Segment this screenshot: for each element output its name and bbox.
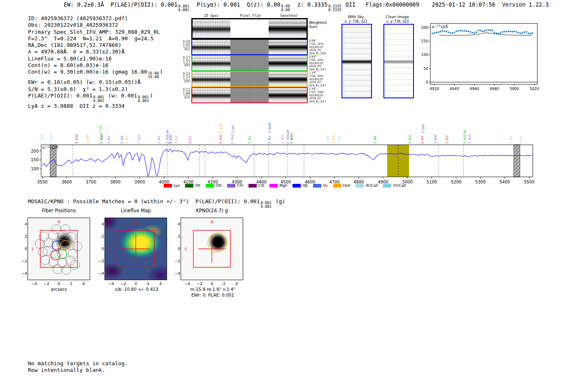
legend-item: OIII xyxy=(206,183,222,188)
legend-item: Hβ xyxy=(293,183,308,188)
svg-text:3800: 3800 xyxy=(110,180,121,184)
legend-swatch xyxy=(249,184,257,188)
fiber-2d-row xyxy=(191,87,308,103)
legend-item: HeII xyxy=(333,183,351,188)
info-line: F=2.3" T=0.224 N=1.21 A=0.90 g=24.5 xyxy=(28,35,163,42)
stat-value: 300 xyxy=(180,63,190,67)
svg-text:E: E xyxy=(109,247,111,251)
weighted-2d-spec-image xyxy=(193,19,230,38)
legend-swatch xyxy=(227,184,235,188)
legend-swatch xyxy=(383,184,391,188)
smoothed-image xyxy=(269,56,307,70)
stacked-fraction: 0.33350.3335 xyxy=(328,5,341,12)
fiber-xlabel: arcsecs xyxy=(28,287,90,292)
with-sky-image xyxy=(341,24,372,98)
axis-tick-label: 2 xyxy=(97,234,104,239)
fiber-positions-svg: NE xyxy=(28,218,90,280)
text-run: OII Flags:0x00000009 xyxy=(342,1,419,8)
footer-line-1: No matching targets in catalog. xyxy=(28,360,128,367)
axis-tick-label: 0 xyxy=(56,281,62,286)
legend-item: Hγ xyxy=(313,183,328,188)
text-run: (w: 0.001 xyxy=(105,93,137,99)
fiber-2d-row xyxy=(191,39,308,55)
stat-value: 2.57 xyxy=(180,76,190,79)
text-run: MOSAIC/KPNO : Possible Matches = 0 (with… xyxy=(28,198,260,204)
legend-swatch xyxy=(164,184,172,188)
svg-text:200: 200 xyxy=(31,149,39,153)
axis-tick-label: −4 xyxy=(108,281,114,286)
axis-tick-label: −4 xyxy=(184,281,190,286)
axis-tick-label: −2 xyxy=(43,281,50,286)
fiber-2d-row xyxy=(191,71,308,87)
stat-value: 2.05 xyxy=(180,44,190,47)
svg-text:E: E xyxy=(32,247,34,251)
2d-spec-image xyxy=(192,72,230,86)
info-line: λ = 4970.68Å σ = 6.33(±2.30)Å xyxy=(28,49,163,55)
pixel-flat-image xyxy=(230,88,269,102)
timestamp-version: 2025-01-12 10:07:56 Version 1.22.3 xyxy=(432,1,549,8)
kpno-caption-1: m:15.9 re:1.6" s:1.4" xyxy=(172,287,253,292)
legend-label: (K)CaII xyxy=(365,183,378,188)
text-run: z: 0.3335 xyxy=(290,1,327,8)
axis-tick-label: 2 xyxy=(68,281,74,286)
text-run: Cont(n) = 8.60(±0.03)e-16 xyxy=(28,62,109,68)
kpno-plot: NE−4−4−2−2002244 xyxy=(176,208,250,296)
text-run: S/N = 5.3(±0.6) χ² = 1.3(±0.2) xyxy=(28,86,128,92)
clean-image-title: Clean Imagex, y: 736, 323 xyxy=(379,15,416,24)
text-run: ) xyxy=(150,93,153,99)
info-line: EWr = 0.16(±0.05) (w: 0.15(±0.05))Å xyxy=(28,79,163,86)
svg-text:3500: 3500 xyxy=(37,180,47,184)
clean-image xyxy=(383,24,414,98)
axis-tick-label: 2 xyxy=(221,281,228,286)
axis-tick-label: 4 xyxy=(20,222,27,226)
svg-text:5000: 5000 xyxy=(510,87,519,91)
legend-swatch xyxy=(185,184,193,188)
svg-text:4920: 4920 xyxy=(430,87,439,91)
row-right-meta: 1.34"(735, 158)20230122v018_02329_RL_017 xyxy=(309,88,334,104)
text-run: EW: 0.2±0.3Å P(LAE)/P(OII): 0.001 xyxy=(64,1,177,8)
axis-tick-label: 2 xyxy=(173,234,180,239)
legend-swatch xyxy=(269,184,278,188)
smoothed-image xyxy=(269,88,307,102)
svg-text:4940: 4940 xyxy=(450,87,459,91)
info-line: Primary Spec_Slot_IFU_AMP: 329_088_029_R… xyxy=(28,29,163,35)
stacked-fraction: 0.0010.001 xyxy=(261,201,272,209)
legend-label: CIV xyxy=(237,183,243,188)
axis-tick-label: 0 xyxy=(132,281,139,286)
legend-item: (H)CaII xyxy=(383,183,406,188)
meta-value: 329_RL_017 xyxy=(309,100,334,104)
svg-text:5020: 5020 xyxy=(530,87,539,91)
stacked-fraction: 16.8016.80 xyxy=(148,72,159,79)
2d-spec-image xyxy=(192,40,230,54)
elixer-report: { "top_bar": { "line": [ {"t":"EW: 0.2±0… xyxy=(0,0,576,392)
pixel-flat-image xyxy=(230,56,269,70)
axis-tick-label: 4 xyxy=(173,222,180,226)
svg-text:5100: 5100 xyxy=(427,180,437,184)
axis-tick-label: −2 xyxy=(20,259,27,263)
text-run: Obs: 20230122v018_4025936372 xyxy=(28,22,118,28)
weighted-pixel-flat-image xyxy=(230,19,268,38)
legend-item: (K)CaII xyxy=(355,183,378,188)
legend-item: CIII xyxy=(249,183,264,188)
row-left-stats: 0.171.55300 xyxy=(180,56,190,67)
text-run: EWr = 0.16(±0.05) (w: 0.15(±0.05))Å xyxy=(28,79,141,85)
stat-value: 300 xyxy=(180,79,190,83)
kpno-image-svg: NE xyxy=(181,218,243,280)
weighted-sum-label: Weighted Sum xyxy=(309,21,327,29)
footer-line-2: Row intentionally blank. xyxy=(28,367,128,373)
info-line: Cont(w) = 9.30(±0.00)e-16 (gmag 16.8016.… xyxy=(28,69,163,79)
axis-tick-label: −2 xyxy=(173,259,180,263)
col-header-smoothed: Smoothed xyxy=(269,14,308,18)
svg-text:5500: 5500 xyxy=(524,180,534,184)
legend-item: Lyα xyxy=(164,183,180,188)
info-line: Cont(n) = 8.60(±0.03)e-16 xyxy=(28,62,163,69)
svg-text:150: 150 xyxy=(31,158,39,162)
row-right-meta: 0.68"(736, 323)20230122v018_01329_RL_036 xyxy=(309,39,334,56)
line-cutout-plot: 050100150200492049404960498050005020e−17… xyxy=(418,21,546,101)
axis-tick-label: 4 xyxy=(80,281,87,286)
svg-text:4980: 4980 xyxy=(490,87,499,91)
spectrum-svg: 3500360037003800390040004100420043004400… xyxy=(0,108,551,194)
svg-text:3700: 3700 xyxy=(86,180,96,184)
legend-item: MgII xyxy=(269,183,287,188)
svg-text:50: 50 xyxy=(424,67,429,71)
